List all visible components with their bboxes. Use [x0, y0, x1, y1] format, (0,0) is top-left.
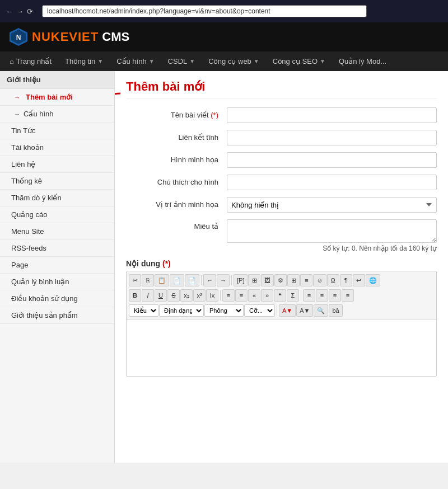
sidebar-item-tai-khoan[interactable]: Tài khoản [0, 139, 114, 156]
btn-align-left[interactable]: ≡ [303, 289, 315, 302]
btn-quote[interactable]: ❝ [274, 289, 286, 302]
btn-redo[interactable]: → [217, 274, 230, 286]
btn-globe[interactable]: 🌐 [366, 274, 380, 286]
select-kieu[interactable]: Kiểu [129, 304, 158, 317]
btn-strike[interactable]: S [167, 289, 180, 302]
dropdown-arrow: ▼ [149, 58, 155, 64]
btn-indent[interactable]: » [261, 289, 273, 302]
editor-wrapper: ✂ ⎘ 📋 📄 📄 ← → [P] ⊞ 🖼 ⚙ ⊞ [126, 271, 437, 377]
input-ten-bai-viet[interactable] [227, 107, 437, 123]
select-co[interactable]: Cỡ... [244, 304, 275, 317]
btn-align-justify[interactable]: ≡ [342, 289, 354, 302]
sidebar-item-menu-site[interactable]: Menu Site [0, 223, 114, 240]
btn-sub[interactable]: x₂ [180, 289, 193, 302]
btn-paste3[interactable]: 📄 [185, 274, 199, 286]
btn-align-center[interactable]: ≡ [316, 289, 328, 302]
nav-home[interactable]: ⌂ Trang nhất [3, 51, 58, 71]
btn-underline[interactable]: U [155, 289, 167, 302]
btn-font-color[interactable]: A▼ [279, 304, 296, 317]
btn-special[interactable]: bā [329, 304, 342, 317]
btn-search[interactable]: 🔍 [314, 304, 328, 317]
btn-p[interactable]: [P] [234, 274, 248, 286]
btn-outdent[interactable]: « [248, 289, 260, 302]
btn-omega[interactable]: Ω [327, 274, 339, 286]
btn-bg-color[interactable]: A▼ [296, 304, 313, 317]
required-marker: (*) [211, 111, 218, 119]
separator [220, 290, 221, 300]
btn-cut[interactable]: ✂ [129, 274, 141, 286]
separator [201, 275, 202, 285]
home-icon: ⌂ [10, 57, 14, 65]
nav-cau-hinh[interactable]: Cấu hình ▼ [110, 51, 161, 71]
btn-image[interactable]: 🖼 [261, 274, 274, 286]
btn-italic[interactable]: I [142, 289, 154, 302]
content-area: Thêm bài mới Tên bài viết (*) Liên kết t… [115, 71, 448, 463]
label-ten-bai-viet: Tên bài viết (*) [126, 107, 227, 119]
sidebar-item-page[interactable]: Page [0, 257, 114, 274]
logo-text: NUKEVIET CMS [32, 30, 129, 44]
label-hinh: Hình minh họa [126, 152, 227, 164]
btn-clear-format[interactable]: Ix [206, 289, 218, 302]
separator [231, 275, 232, 285]
btn-paste2[interactable]: 📄 [170, 274, 184, 286]
textarea-mieu-ta[interactable] [227, 219, 437, 243]
btn-ol[interactable]: ≡ [222, 289, 235, 302]
editor-body[interactable] [127, 320, 436, 376]
label-mieu-ta: Miêu tả [126, 219, 227, 231]
input-lien-ket[interactable] [227, 130, 437, 145]
nav-cong-cu-seo[interactable]: Công cụ SEO ▼ [266, 51, 332, 71]
btn-copy[interactable]: ⎘ [142, 274, 154, 286]
btn-sigma[interactable]: Σ [287, 289, 299, 302]
btn-gear[interactable]: ⚙ [274, 274, 287, 286]
select-vi-tri[interactable]: Không hiển thị Trái Phải Giữa [227, 197, 437, 213]
select-phong[interactable]: Phông [204, 304, 244, 317]
label-lien-ket: Liên kết tĩnh [126, 130, 227, 142]
arrow-icon: → [14, 94, 20, 101]
btn-bold[interactable]: B [129, 289, 141, 302]
input-chu-thich[interactable] [227, 175, 437, 190]
nav-thong-tin[interactable]: Thông tin ▼ [58, 51, 110, 71]
sidebar-item-lien-he[interactable]: Liên hệ [0, 156, 114, 173]
sidebar-item-cau-hinh[interactable]: → Cấu hình [0, 106, 114, 123]
sidebar-item-rss-feeds[interactable]: RSS-feeds [0, 240, 114, 257]
dropdown-arrow: ▼ [97, 58, 103, 64]
back-icon[interactable]: ← [6, 7, 13, 16]
btn-arrow[interactable]: ↩ [353, 274, 365, 286]
sidebar-item-tham-do[interactable]: Thăm dò ý kiến [0, 190, 114, 206]
sidebar-item-thong-ke[interactable]: Thống kê [0, 173, 114, 190]
btn-table2[interactable]: ⊞ [287, 274, 300, 286]
btn-ul[interactable]: ≡ [235, 289, 248, 302]
form: Tên bài viết (*) Liên kết tĩnh Hình minh… [126, 107, 437, 252]
sidebar-item-tin-tuc[interactable]: Tin Tức [0, 123, 114, 139]
browser-controls: ← → ⟳ localhost/hocmot.net/admin/index.p… [6, 5, 367, 17]
main-layout: Giới thiệu → Thêm bài mới → Cấu hình Tin… [0, 71, 448, 463]
input-hinh[interactable] [227, 152, 437, 168]
sidebar-item-quan-ly-binh-luan[interactable]: Quản lý bình luận [0, 274, 114, 290]
sidebar-item-quang-cao[interactable]: Quảng cáo [0, 206, 114, 223]
arrow-icon: → [14, 111, 20, 117]
nav-cong-cu-web[interactable]: Công cụ web ▼ [202, 51, 266, 71]
page-title: Thêm bài mới [126, 79, 437, 99]
select-dinh-dang[interactable]: Định dạng [159, 304, 204, 317]
btn-para[interactable]: ¶ [340, 274, 352, 286]
btn-undo[interactable]: ← [203, 274, 216, 286]
btn-emoji[interactable]: ☺ [313, 274, 326, 286]
btn-table1[interactable]: ⊞ [248, 274, 260, 286]
btn-paste1[interactable]: 📋 [155, 274, 169, 286]
sidebar-item-gioi-thieu-san-pham[interactable]: Giới thiệu sản phẩm [0, 307, 114, 324]
dropdown-arrow: ▼ [320, 58, 325, 64]
forward-icon[interactable]: → [16, 7, 24, 16]
noidung-section: Nội dung (*) ✂ ⎘ 📋 📄 📄 ← → [P] [126, 259, 437, 377]
mieu-ta-wrapper: Số ký tự: 0. Nên nhập tối đa 160 ký tự [227, 219, 437, 252]
noidung-required: (*) [162, 259, 171, 268]
sidebar-item-them-bai-moi[interactable]: → Thêm bài mới [0, 89, 114, 106]
nav-csdl[interactable]: CSDL ▼ [161, 51, 202, 71]
nav-quan-ly-mod[interactable]: Quản lý Mod... [332, 51, 393, 71]
btn-align-right[interactable]: ≡ [329, 289, 341, 302]
btn-list[interactable]: ≡ [300, 274, 312, 286]
sidebar-item-dieu-khoan[interactable]: Điều khoản sử dụng [0, 290, 114, 307]
refresh-icon[interactable]: ⟳ [27, 7, 33, 16]
address-bar[interactable]: localhost/hocmot.net/admin/index.php?lan… [42, 5, 367, 17]
btn-sup[interactable]: x² [193, 289, 206, 302]
label-vi-tri: Vị trí ảnh minh họa [126, 197, 227, 209]
